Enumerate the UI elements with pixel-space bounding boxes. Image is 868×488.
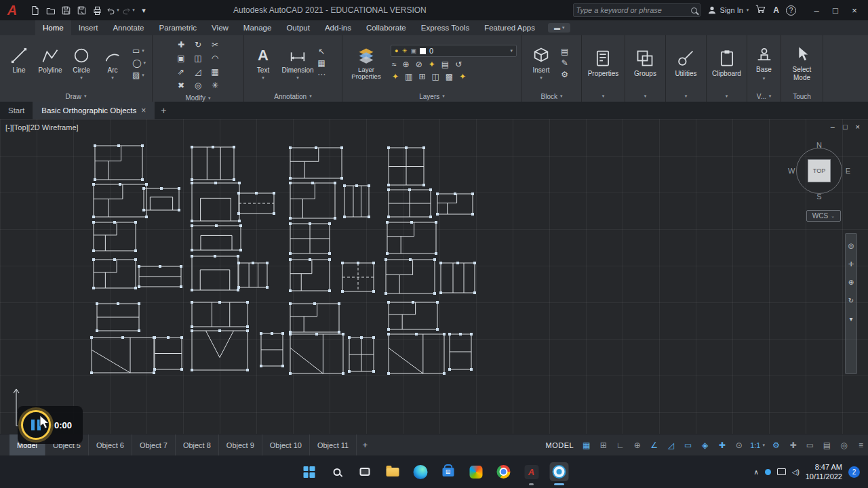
view-cube-top-face[interactable]: TOP [808,159,831,182]
select-mode-button[interactable]: Select Mode [785,45,818,81]
drawing-figure[interactable] [348,336,375,373]
status-isodraft-toggle[interactable]: ∠ [647,438,661,453]
annotation-scale-button[interactable]: 1:1 ▾ [746,441,769,449]
drawing-figure[interactable] [386,221,437,255]
drawing-figure[interactable] [289,302,340,333]
drawing-figure[interactable] [153,336,183,371]
drawing-figure[interactable] [142,187,180,211]
sign-in-button[interactable]: Sign In ▾ [707,5,749,15]
drawing-figure[interactable] [387,301,439,331]
status-selection-cycling-toggle[interactable]: ✚ [715,438,729,453]
photos-button[interactable] [467,462,486,481]
wcs-selector[interactable]: WCS ⌄ [806,210,841,222]
status-settings-toggle[interactable]: ⚙ [769,438,783,453]
redo-button[interactable]: ▾ [121,3,136,18]
draw-tool-circle[interactable]: Circle▾ [66,46,96,81]
block-tool-icon[interactable]: ✎ [561,58,568,68]
help-button[interactable]: ? [786,5,796,16]
utilities-button[interactable]: Utilities [675,49,696,78]
search-icon[interactable] [691,7,697,14]
layer-tool-icon[interactable]: ⊞ [418,72,425,81]
view-cube-east[interactable]: E [846,167,850,175]
drawing-figure[interactable] [237,262,269,289]
layer-tool-icon[interactable]: ▥ [405,72,412,81]
drawing-figure[interactable] [191,255,239,291]
drawing-figure[interactable] [387,333,446,375]
block-tool-icon[interactable]: ⚙ [561,70,568,79]
recorder-taskbar-button[interactable] [550,462,569,481]
layer-tool-icon[interactable]: ◫ [431,72,439,81]
qat-customize-button[interactable]: ▾ [136,3,151,18]
file-tab-start[interactable]: Start [0,102,33,119]
view-cube-north[interactable]: N [816,141,822,149]
insert-block-button[interactable]: Insert ▾ [526,46,556,81]
layer-tool-icon[interactable]: ✦ [459,72,466,81]
drawing-figure[interactable] [191,224,242,251]
view-cube-west[interactable]: W [788,167,795,175]
modify-tool-icon[interactable]: ✖ [173,79,189,92]
open-file-button[interactable] [43,3,58,18]
view-cube-south[interactable]: S [816,192,821,201]
status-transparency-toggle[interactable]: ◈ [698,438,712,453]
drawing-figure[interactable] [384,258,436,295]
navbar-pan-icon[interactable]: ✛ [848,260,854,268]
tray-app-icon[interactable] [765,469,771,475]
application-menu-button[interactable]: A [0,0,24,20]
maximize-button[interactable]: □ [826,0,845,20]
properties-button[interactable]: Properties [588,49,619,78]
modify-tool-icon[interactable]: ◎ [190,79,206,92]
panel-label-block[interactable]: Block▾ [522,91,581,102]
close-button[interactable]: × [845,0,864,20]
layout-tab-object-9[interactable]: Object 9 [219,434,262,455]
modify-tool-icon[interactable]: ◿ [190,65,206,78]
status-grid-toggle[interactable]: ▦ [579,438,593,453]
viewport-restore-button[interactable]: □ [843,123,848,131]
taskbar-search-button[interactable] [328,462,347,481]
view-cube[interactable]: N S W E TOP [791,142,848,199]
layer-tool-icon[interactable]: ⊘ [416,60,422,69]
tray-chevron-icon[interactable]: ∧ [753,468,758,476]
draw-tool-arc[interactable]: Arc▾ [98,46,127,81]
drawing-figure[interactable] [237,192,275,215]
ribbon-tab-view[interactable]: View [204,20,236,35]
ribbon-tab-add-ins[interactable]: Add-ins [317,20,359,35]
navbar-orbit-icon[interactable]: ↻ [848,297,854,304]
status-customization-toggle[interactable]: ≡ [854,438,868,453]
drawing-figure[interactable] [92,221,137,252]
autodesk-app-icon[interactable]: A [773,5,779,15]
store-button[interactable]: ⊞ [439,462,458,481]
draw-tool-line[interactable]: Line [4,46,34,74]
network-icon[interactable] [777,468,786,475]
status-isolate-objects-toggle[interactable]: ◎ [837,438,851,453]
navbar-zoom-icon[interactable]: ⊕ [848,279,854,286]
modify-tool-icon[interactable]: ◠ [207,52,223,64]
status-snap-mode-toggle[interactable]: ⊞ [596,438,610,453]
layout-tab-object-10[interactable]: Object 10 [262,434,310,455]
layer-tool-icon[interactable]: ↺ [455,60,462,69]
drawing-figure[interactable] [191,301,249,328]
task-view-button[interactable] [355,462,374,481]
annotation-tool-icon[interactable]: ▦ [317,58,325,68]
file-tab-basic-orthographic-objects[interactable]: Basic Orthographic Objects× [33,102,155,119]
navigation-bar[interactable]: ◎✛⊕↻▾ [845,233,857,374]
status-lineweight-toggle[interactable]: ▭ [681,438,695,453]
layer-tool-icon[interactable]: ⊕ [403,60,410,69]
annotation-tool-icon[interactable]: ⋯ [317,70,326,79]
model-space-indicator[interactable]: MODEL [546,441,574,449]
drawing-canvas[interactable] [0,119,868,434]
rectangle-tool[interactable]: ▭▾ [132,46,146,56]
status-annotation-monitor-toggle[interactable]: ✚ [786,438,800,453]
drawing-figure[interactable] [436,192,474,216]
ribbon-tab-manage[interactable]: Manage [236,20,279,35]
viewport-close-button[interactable]: × [856,123,860,131]
modify-tool-icon[interactable]: ✳ [207,79,223,92]
ribbon-tab-insert[interactable]: Insert [71,20,106,35]
panel-label-modify[interactable]: Modify▾ [153,94,243,102]
layout-tab-object-11[interactable]: Object 11 [310,434,357,455]
ribbon-tab-collaborate[interactable]: Collaborate [359,20,414,35]
panel-label-properties[interactable]: ▾ [582,91,625,102]
layer-tool-icon[interactable]: ✦ [429,60,435,69]
drawing-figure[interactable] [289,222,331,255]
groups-button[interactable]: Groups [634,49,656,78]
ribbon-tab-featured-apps[interactable]: Featured Apps [477,20,542,35]
